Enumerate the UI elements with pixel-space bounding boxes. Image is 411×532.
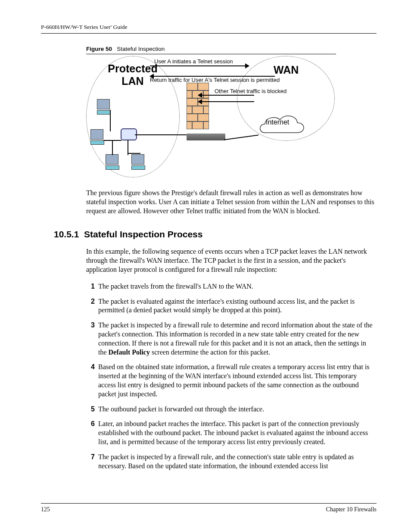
diagram-text-blocked: Other Telnet traffic is blocked [215,88,286,94]
figure-caption: Figure 50 Stateful Inspection [86,46,377,52]
paragraph-after-figure: The previous figure shows the Prestige's… [86,189,374,215]
header-title: P-660H/HW/W-T Series User' Guide [41,24,128,30]
internet-label: Internet [266,118,289,126]
step-number: 6 [86,420,95,446]
step-text: The packet is inspected by a firewall ru… [98,453,374,471]
router-icon [187,134,225,140]
step-number: 5 [86,405,95,414]
pc-icon [106,154,120,169]
intro-paragraph: In this example, the following sequence … [86,247,374,274]
arrow-blocked-icon [198,101,254,102]
figure-diagram: Protected LAN WAN Internet [86,54,336,179]
step-text: The packet travels from the firewall's L… [98,282,374,291]
firewall-icon [187,83,210,132]
diagram-text-initiate: User A initiates a Telnet session [154,58,233,65]
page-footer: 125 Chapter 10 Firewalls [41,503,377,513]
list-item: 2 The packet is evaluated against the in… [86,297,374,315]
page-header: P-660H/HW/W-T Series User' Guide [41,24,377,34]
step-text: The packet is inspected by a firewall ru… [98,321,374,357]
step-number: 3 [86,321,95,357]
figure-caption-text: Stateful Inspection [117,46,165,52]
section-heading: 10.5.1 Stateful Inspection Process [54,229,377,240]
page-number: 125 [41,506,50,513]
list-item: 6 Later, an inbound packet reaches the i… [86,420,374,446]
step-number: 2 [86,297,95,315]
arrow-blocked-icon [198,95,254,96]
step-text: Later, an inbound packet reaches the int… [98,420,374,446]
wan-label: WAN [274,64,299,76]
list-item: 4 Based on the obtained state informatio… [86,363,374,398]
pc-icon [90,129,105,144]
steps-list: 1 The packet travels from the firewall's… [86,282,374,471]
section-title: Stateful Inspection Process [84,229,202,239]
list-item: 1 The packet travels from the firewall's… [86,282,374,291]
section-number: 10.5.1 [54,229,79,239]
step-text: Based on the obtained state information,… [98,363,374,398]
pc-icon [97,99,112,114]
arrow-outbound-icon [150,65,249,66]
step-text: The packet is evaluated against the inte… [98,297,374,315]
list-item: 5 The outbound packet is forwarded out t… [86,405,374,414]
pc-icon [131,154,146,169]
step-number: 7 [86,453,95,471]
figure-label: Figure 50 [86,46,112,52]
step-number: 4 [86,363,95,398]
list-item: 3 The packet is inspected by a firewall … [86,321,374,357]
chapter-label: Chapter 10 Firewalls [326,506,377,513]
step-number: 1 [86,282,95,291]
diagram-text-return: Return traffic for User A's Telnet sessi… [150,77,280,83]
step-text: The outbound packet is forwarded out thr… [98,405,374,414]
list-item: 7 The packet is inspected by a firewall … [86,453,374,471]
